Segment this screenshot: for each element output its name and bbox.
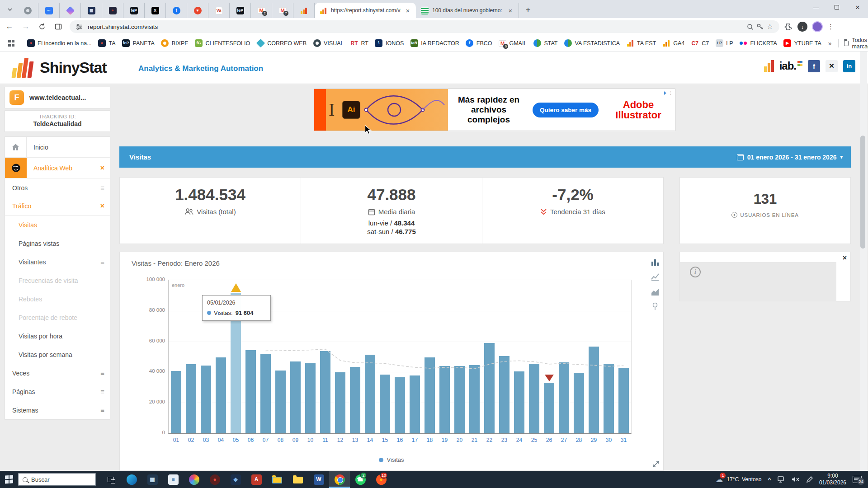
apps-grid-icon[interactable]	[8, 40, 14, 47]
pin-icon[interactable]	[652, 302, 658, 310]
taskbar-dev-app-icon[interactable]: ◆	[225, 471, 246, 488]
taskbar-whatsapp-icon[interactable]: ☎2	[350, 471, 371, 488]
bar-day-01[interactable]	[171, 371, 181, 433]
sidebar-item-anal-tica-web[interactable]: Analítica Web×	[5, 158, 110, 178]
sidebar-item-visitantes[interactable]: Visitantes≡	[5, 253, 110, 271]
shinystat-logo-icon[interactable]	[12, 58, 33, 78]
taskbar-file-explorer-icon[interactable]	[267, 471, 288, 488]
bar-day-28[interactable]	[574, 373, 584, 433]
bookmark-star-icon[interactable]: ☆	[765, 22, 775, 32]
bookmark-item[interactable]: CORREO WEB	[253, 38, 310, 49]
bar-day-14[interactable]	[365, 355, 375, 433]
new-tab-button[interactable]: +	[522, 4, 534, 16]
volume-muted-icon[interactable]	[792, 476, 800, 483]
bookmark-item[interactable]: LPLP	[712, 38, 736, 49]
facebook-icon[interactable]: f	[808, 60, 820, 72]
date-range-picker[interactable]: 01 enero 2026 - 31 enero 2026 ▾	[737, 154, 843, 161]
back-icon[interactable]: ←	[3, 20, 16, 33]
weather-widget[interactable]: ☁1 17°C Ventoso	[715, 475, 761, 484]
ad-cta-button[interactable]: Quiero saber más	[533, 103, 599, 117]
bar-day-21[interactable]	[469, 365, 480, 433]
network-icon[interactable]	[778, 476, 785, 483]
bookmark-item[interactable]: aTA	[95, 38, 119, 49]
taskbar-task-view-icon[interactable]	[100, 471, 121, 488]
menu-icon[interactable]: ≡	[100, 184, 104, 192]
close-icon[interactable]: ×	[100, 202, 104, 210]
lens-icon[interactable]	[745, 22, 755, 32]
pinned-tab-va-favicon[interactable]: Va	[208, 3, 230, 18]
minimize-button[interactable]: —	[806, 0, 826, 14]
bookmarks-overflow-icon[interactable]: »	[825, 40, 835, 47]
pinned-tab-heart-red-favicon[interactable]: ♥	[187, 3, 208, 18]
close-button[interactable]: ✕	[847, 0, 868, 14]
sidebar-item-tr-fico[interactable]: Tráfico×	[5, 197, 110, 216]
sidebar-item-p-ginas-vistas[interactable]: Páginas vistas	[5, 234, 110, 253]
bar-day-08[interactable]	[275, 371, 286, 433]
active-tab[interactable]: https://report.shinystat.com/vis ×	[315, 3, 416, 18]
tray-chevron-up-icon[interactable]: ^	[768, 476, 771, 483]
pinned-tab-gmail-favicon[interactable]: M2	[251, 3, 272, 18]
start-button[interactable]	[0, 471, 18, 488]
taskbar-edge-icon[interactable]	[121, 471, 142, 488]
bookmark-item[interactable]: M6GMAIL	[495, 38, 530, 49]
bookmark-item[interactable]: VA ESTADISTICA	[561, 38, 623, 49]
menu-icon[interactable]: ≡	[100, 406, 104, 414]
sidebar-item-visitas-por-hora[interactable]: Visitas por hora	[5, 327, 110, 345]
bar-day-16[interactable]	[395, 377, 405, 433]
bookmark-item[interactable]: fGCLIENTESFOLIO	[192, 38, 254, 49]
extensions-puzzle-icon[interactable]	[783, 22, 793, 32]
bar-day-15[interactable]	[380, 375, 390, 434]
bar-day-17[interactable]	[410, 375, 420, 433]
download-icon[interactable]: ↓	[797, 22, 807, 32]
bookmark-item[interactable]: BIXPE	[158, 38, 192, 49]
bar-day-09[interactable]	[290, 361, 301, 433]
pinned-tab-media-dark-favicon[interactable]: ●	[102, 3, 123, 18]
bar-day-24[interactable]	[514, 371, 524, 433]
bar-day-06[interactable]	[245, 350, 256, 433]
background-tab[interactable]: 100 días del nuevo gobierno: n ×	[416, 3, 519, 18]
tab-search-chevron-icon[interactable]	[4, 3, 16, 16]
info-circle-icon[interactable]: i	[690, 267, 701, 277]
browser-menu-icon[interactable]: ⋮	[827, 23, 834, 31]
taskbar-media-orange-icon[interactable]: ●10	[371, 471, 392, 488]
page-scrollbar[interactable]	[860, 52, 867, 471]
pinned-tab-gemini-favicon[interactable]	[60, 3, 81, 18]
sidebar-item-inicio[interactable]: Inicio	[5, 137, 110, 158]
sidebar-item-veces[interactable]: Veces≡	[5, 364, 110, 382]
pinned-tab-facebook-favicon[interactable]: f	[166, 3, 187, 18]
notification-center-icon[interactable]: 24	[853, 476, 862, 483]
taskbar-photos-app-icon[interactable]	[184, 471, 204, 488]
taskbar-media-app-icon[interactable]: ●	[204, 471, 225, 488]
taskbar-folder-icon[interactable]	[288, 471, 308, 488]
url-bar[interactable]: report.shinystat.com/visits ☆	[70, 20, 779, 33]
bookmark-item[interactable]: RTRT	[347, 38, 372, 49]
bar-day-07[interactable]	[260, 354, 271, 433]
side-panel-icon[interactable]	[52, 20, 65, 33]
bookmark-item[interactable]: VISUAL	[310, 38, 347, 49]
adchoices-icon[interactable]	[664, 91, 666, 95]
bar-day-18[interactable]	[425, 357, 435, 433]
expand-icon[interactable]	[652, 460, 660, 468]
linkedin-icon[interactable]: in	[843, 60, 855, 72]
forward-icon[interactable]: →	[19, 20, 33, 33]
taskbar-clock[interactable]: 9:00 01/03/2026	[819, 473, 846, 486]
pinned-tab-x-twitter-favicon[interactable]: X	[145, 3, 166, 18]
tab-close-icon[interactable]: ×	[404, 7, 411, 14]
bar-day-26[interactable]	[544, 383, 554, 433]
taskbar-search-input[interactable]: Buscar	[18, 473, 96, 486]
maximize-button[interactable]	[826, 0, 847, 14]
bar-day-20[interactable]	[454, 366, 465, 433]
bookmark-item[interactable]: IaRIA REDACTOR	[407, 38, 462, 49]
taskbar-chrome-icon[interactable]	[329, 471, 350, 488]
bar-day-02[interactable]	[186, 364, 196, 433]
bookmark-item[interactable]: fFBCO	[462, 38, 495, 49]
menu-icon[interactable]: ≡	[100, 258, 104, 266]
x-twitter-icon[interactable]: ✕	[826, 60, 838, 72]
bar-day-19[interactable]	[439, 366, 450, 433]
ad-choices[interactable]: ⋮	[664, 90, 673, 96]
pinned-tab-gmail2-favicon[interactable]: M7	[272, 3, 293, 18]
tab-close-icon[interactable]: ×	[507, 7, 514, 14]
tune-icon[interactable]	[74, 22, 84, 32]
bar-day-10[interactable]	[305, 363, 316, 433]
info-close-icon[interactable]: ×	[843, 254, 847, 262]
